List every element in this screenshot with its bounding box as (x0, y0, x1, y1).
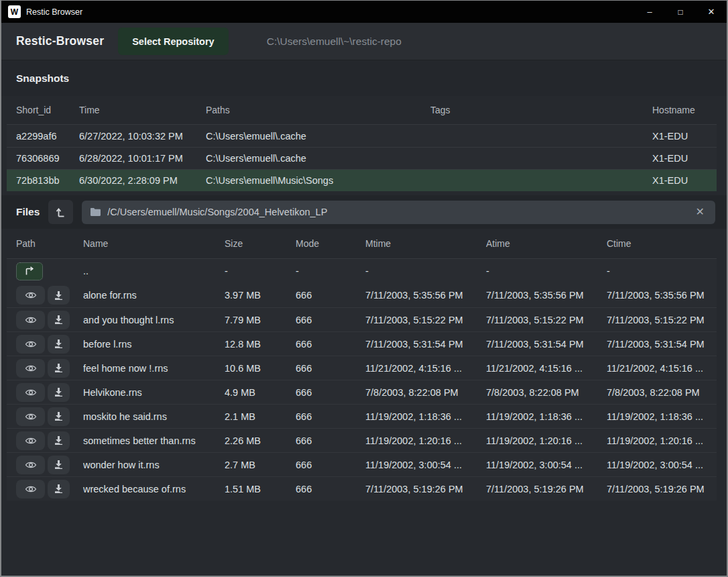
file-row[interactable]: moskito he said.rns 2.1 MB 666 11/19/200… (7, 404, 717, 428)
snapshot-hostname: X1-EDU (652, 153, 717, 164)
file-ctime: 11/19/2002, 3:00:54 ... (607, 460, 717, 470)
col-size: Size (225, 238, 296, 249)
file-name: .. (83, 266, 225, 276)
file-atime: - (486, 266, 607, 276)
file-mode: 666 (296, 411, 365, 422)
file-name: alone for.rns (83, 290, 225, 301)
file-mode: - (296, 266, 365, 276)
snapshot-time: 6/30/2022, 2:28:09 PM (79, 175, 206, 186)
snapshots-title: Snapshots (16, 72, 69, 85)
file-row[interactable]: Helvikone.rns 4.9 MB 666 7/8/2003, 8:22:… (7, 380, 717, 404)
file-name: sometimes better than.rns (83, 435, 225, 446)
files-title: Files (16, 206, 40, 218)
col-atime: Atime (486, 238, 607, 249)
eye-icon (25, 436, 37, 445)
download-file-button[interactable] (48, 335, 70, 354)
snapshot-row[interactable]: a2299af6 6/27/2022, 10:03:32 PM C:\Users… (7, 125, 717, 147)
file-atime: 11/21/2002, 4:15:16 ... (486, 363, 607, 374)
file-atime: 11/19/2002, 3:00:54 ... (486, 460, 607, 470)
download-file-button[interactable] (48, 311, 70, 329)
file-mode: 666 (296, 315, 365, 325)
file-name: Helvikone.rns (83, 387, 225, 398)
file-atime: 11/19/2002, 1:18:36 ... (486, 411, 607, 422)
file-ctime: 7/11/2003, 5:15:22 PM (607, 315, 717, 325)
file-row[interactable]: sometimes better than.rns 2.26 MB 666 11… (7, 428, 717, 452)
file-mode: 666 (296, 387, 365, 398)
minimize-button[interactable]: – (634, 1, 665, 23)
file-size: 10.6 MB (225, 363, 296, 374)
preview-file-button[interactable] (16, 407, 45, 426)
download-file-button[interactable] (48, 431, 70, 450)
maximize-button[interactable]: □ (665, 1, 696, 23)
snapshot-row[interactable]: 76306869 6/28/2022, 10:01:17 PM C:\Users… (7, 147, 717, 169)
go-to-parent-button[interactable] (16, 262, 43, 280)
path-input[interactable] (107, 207, 685, 217)
snapshot-paths: C:\Users\emuell\.cache (206, 131, 430, 142)
download-icon (54, 460, 64, 470)
app-title: Restic-Browser (16, 34, 104, 48)
download-file-button[interactable] (48, 407, 70, 426)
preview-file-button[interactable] (16, 383, 45, 402)
snapshot-paths: C:\Users\emuell\Music\Songs (206, 175, 430, 186)
file-mtime: 7/11/2003, 5:31:54 PM (365, 339, 486, 350)
preview-file-button[interactable] (16, 286, 45, 305)
go-up-level-button[interactable] (48, 200, 73, 224)
close-button[interactable]: ✕ (696, 1, 727, 23)
file-row[interactable]: wrecked because of.rns 1.51 MB 666 7/11/… (7, 476, 717, 501)
current-path-field: ✕ (82, 201, 715, 224)
app-window: W Restic Browser – □ ✕ Restic-Browser Se… (0, 0, 728, 577)
eye-icon (25, 291, 37, 300)
download-icon (54, 339, 64, 349)
clear-path-button[interactable]: ✕ (692, 205, 709, 219)
file-mtime: 11/19/2002, 1:20:16 ... (365, 435, 486, 446)
header-bar: Restic-Browser Select Repository C:\User… (1, 23, 727, 60)
download-icon (54, 315, 64, 325)
file-row[interactable]: alone for.rns 3.97 MB 666 7/11/2003, 5:3… (7, 283, 717, 307)
window-title: Restic Browser (26, 7, 82, 17)
file-size: 3.97 MB (225, 290, 296, 301)
eye-icon (25, 339, 37, 349)
file-size: 4.9 MB (225, 387, 296, 398)
download-file-button[interactable] (48, 480, 70, 499)
file-mode: 666 (296, 435, 365, 446)
snapshot-short-id: a2299af6 (16, 131, 79, 142)
download-icon (54, 435, 64, 445)
download-icon (54, 291, 64, 301)
file-row[interactable]: wonder how it.rns 2.7 MB 666 11/19/2002,… (7, 452, 717, 476)
wails-app-icon: W (8, 5, 21, 18)
preview-file-button[interactable] (16, 456, 45, 474)
file-row[interactable]: feel home now !.rns 10.6 MB 666 11/21/20… (7, 356, 717, 380)
snapshot-hostname: X1-EDU (652, 131, 717, 142)
preview-file-button[interactable] (16, 480, 45, 499)
file-name: feel home now !.rns (83, 363, 225, 374)
download-file-button[interactable] (48, 456, 70, 474)
file-atime: 7/11/2003, 5:31:54 PM (486, 339, 607, 350)
file-mode: 666 (296, 460, 365, 470)
download-file-button[interactable] (48, 383, 70, 402)
col-time: Time (79, 105, 206, 115)
file-mode: 666 (296, 290, 365, 301)
file-row[interactable]: and you thought l.rns 7.79 MB 666 7/11/2… (7, 307, 717, 331)
snapshot-time: 6/28/2022, 10:01:17 PM (79, 153, 206, 164)
preview-file-button[interactable] (16, 431, 45, 450)
select-repository-button[interactable]: Select Repository (118, 28, 229, 55)
file-row[interactable]: before l.rns 12.8 MB 666 7/11/2003, 5:31… (7, 331, 717, 356)
eye-icon (25, 460, 37, 470)
parent-directory-row[interactable]: .. - - - - - (7, 259, 717, 283)
snapshot-row[interactable]: 72b813bb 6/30/2022, 2:28:09 PM C:\Users\… (7, 169, 717, 191)
preview-file-button[interactable] (16, 311, 45, 329)
preview-file-button[interactable] (16, 335, 45, 354)
file-size: 7.79 MB (225, 315, 296, 325)
snapshots-table: a2299af6 6/27/2022, 10:03:32 PM C:\Users… (1, 125, 727, 191)
preview-file-button[interactable] (16, 359, 45, 378)
file-mtime: - (365, 266, 486, 276)
col-short-id: Short_id (16, 105, 79, 115)
snapshot-short-id: 76306869 (16, 153, 79, 164)
download-file-button[interactable] (48, 359, 70, 378)
download-file-button[interactable] (48, 286, 70, 305)
repository-path: C:\Users\emuell\~\restic-repo (267, 36, 402, 48)
download-icon (54, 363, 64, 373)
file-size: 12.8 MB (225, 339, 296, 350)
file-atime: 7/11/2003, 5:35:56 PM (486, 290, 607, 301)
download-icon (54, 484, 64, 494)
